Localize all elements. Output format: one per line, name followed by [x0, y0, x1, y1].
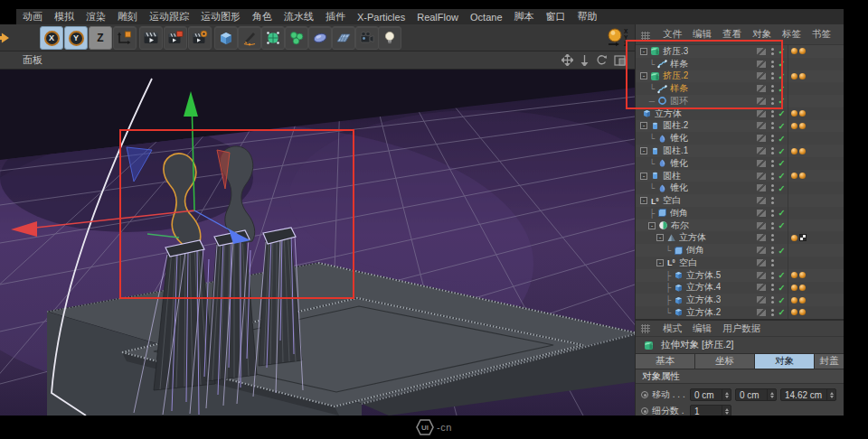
visibility-dots[interactable] — [771, 135, 774, 137]
viewport-canvas[interactable] — [0, 70, 635, 416]
visibility-dots[interactable] — [771, 259, 774, 262]
om-menu-2[interactable]: 编辑 — [693, 28, 712, 41]
layer-chip-icon[interactable] — [757, 259, 766, 266]
am-menu-3[interactable]: 用户数据 — [722, 322, 760, 335]
visibility-dots[interactable] — [771, 98, 774, 100]
tab-2[interactable]: 坐标 — [695, 354, 755, 369]
visibility-dots[interactable] — [771, 122, 774, 125]
expander-icon[interactable]: - — [640, 173, 647, 180]
axis-z-lock-button[interactable]: Z — [89, 26, 112, 50]
menu-item-4[interactable]: 雕刻 — [118, 10, 137, 23]
move-tool-partial-icon[interactable] — [0, 26, 14, 50]
enable-check[interactable]: ✓ — [776, 283, 788, 293]
layer-chip-icon[interactable] — [757, 72, 766, 79]
layer-chip-icon[interactable] — [757, 234, 766, 241]
param-field[interactable]: 0 cm — [735, 388, 777, 401]
axis-x-lock-button[interactable]: X — [40, 26, 63, 50]
tab-3[interactable]: 对象 — [755, 354, 815, 369]
enable-check[interactable]: ✓ — [776, 246, 788, 256]
material-tag-icon[interactable] — [799, 173, 806, 179]
menu-item-6[interactable]: 运动图形 — [201, 10, 241, 23]
layer-chip-icon[interactable] — [757, 160, 766, 167]
visibility-dots[interactable] — [771, 234, 774, 237]
enable-check[interactable]: ✓ — [776, 208, 788, 218]
keyframe-circle-icon[interactable] — [641, 391, 648, 398]
panel-grip-icon[interactable] — [641, 324, 650, 333]
enable-check[interactable]: ✓ — [776, 59, 788, 69]
object-row-null[interactable]: -L0空白 — [636, 194, 844, 207]
expander-icon[interactable]: - — [656, 259, 664, 266]
visibility-dots[interactable] — [771, 222, 774, 225]
stepper-arrows-icon[interactable] — [722, 406, 731, 416]
object-row-taper[interactable]: └锥化✓ — [636, 132, 844, 145]
object-row-bevel[interactable]: ├倒角✓ — [636, 207, 844, 220]
xyz-axis-indicator[interactable]: XYZ — [604, 26, 635, 50]
material-tag-icon[interactable] — [799, 73, 806, 79]
toggle-view-icon[interactable] — [614, 55, 626, 66]
visibility-dots[interactable] — [771, 61, 774, 63]
visibility-dots[interactable] — [771, 247, 774, 249]
material-tag-icon[interactable] — [791, 235, 797, 241]
object-row-spline[interactable]: └样条✓ — [636, 58, 844, 70]
enable-check[interactable]: ✓ — [776, 220, 788, 230]
visibility-dots[interactable] — [771, 147, 774, 150]
object-row-boole[interactable]: -布尔✓ — [636, 220, 844, 232]
am-menu-1[interactable]: 模式 — [663, 322, 682, 335]
om-menu-6[interactable]: 书签 — [812, 28, 831, 41]
visibility-dots[interactable] — [771, 210, 774, 212]
am-menu-2[interactable]: 编辑 — [693, 322, 712, 335]
object-row-taper[interactable]: └锥化✓ — [636, 182, 844, 194]
viewport-menu-panel[interactable]: 面板 — [23, 53, 42, 67]
material-tag-icon[interactable] — [791, 148, 797, 154]
enable-check[interactable]: ✓ — [776, 46, 788, 56]
visibility-dots[interactable] — [771, 284, 774, 286]
object-row-null[interactable]: -L0空白 — [636, 257, 844, 269]
expander-icon[interactable]: - — [640, 72, 647, 79]
object-row-cylinder[interactable]: -圆柱✓ — [636, 170, 844, 182]
param-field[interactable]: 1 — [690, 405, 731, 416]
axis-y-lock-button[interactable]: Y — [64, 26, 88, 50]
visibility-dots[interactable] — [771, 184, 774, 187]
expander-icon[interactable]: - — [640, 122, 647, 129]
stepper-arrows-icon[interactable] — [767, 389, 776, 400]
om-menu-1[interactable]: 文件 — [663, 28, 682, 41]
menu-item-2[interactable]: 模拟 — [54, 10, 74, 23]
add-cube-button[interactable] — [214, 26, 238, 50]
pan-view-icon[interactable] — [561, 54, 573, 66]
menu-item-5[interactable]: 运动跟踪 — [149, 10, 189, 23]
layer-chip-icon[interactable] — [757, 147, 766, 154]
material-tag-icon[interactable] — [799, 309, 806, 315]
layer-chip-icon[interactable] — [757, 197, 766, 204]
menu-item-9[interactable]: 插件 — [326, 10, 345, 23]
object-row-spline[interactable]: └样条✓ — [636, 82, 844, 95]
menu-item-3[interactable]: 渲染 — [86, 10, 106, 23]
material-tag-icon[interactable] — [799, 285, 806, 291]
enable-check[interactable]: ✓ — [776, 108, 788, 118]
layer-chip-icon[interactable] — [757, 309, 766, 316]
layer-chip-icon[interactable] — [757, 85, 766, 92]
object-row-extrude[interactable]: -挤压.2✓ — [636, 70, 844, 83]
layer-chip-icon[interactable] — [757, 98, 766, 105]
material-tag-icon[interactable] — [791, 285, 797, 291]
layer-chip-icon[interactable] — [757, 272, 766, 279]
layer-chip-icon[interactable] — [757, 122, 766, 129]
layer-chip-icon[interactable] — [757, 222, 766, 229]
tab-1[interactable]: 基本 — [636, 354, 695, 369]
enable-check[interactable]: ✓ — [776, 183, 788, 193]
layer-chip-icon[interactable] — [757, 48, 766, 55]
enable-check[interactable]: ✓ — [776, 146, 788, 156]
camera-button[interactable] — [355, 26, 379, 50]
spline-pen-button[interactable] — [238, 26, 261, 50]
om-menu-3[interactable]: 查看 — [722, 28, 741, 41]
object-row-cube[interactable]: ├立方体.5✓ — [636, 269, 844, 282]
visibility-dots[interactable] — [771, 110, 774, 113]
layer-chip-icon[interactable] — [757, 110, 766, 117]
expander-icon[interactable]: - — [640, 197, 647, 204]
render-settings-button[interactable] — [188, 26, 212, 50]
tab-4[interactable]: 封盖 — [815, 354, 844, 369]
enable-check[interactable]: ✓ — [776, 134, 788, 144]
material-tag-icon[interactable] — [799, 297, 806, 304]
menu-item-15[interactable]: 帮助 — [578, 10, 598, 23]
render-view-button[interactable] — [139, 26, 163, 50]
material-tag-icon[interactable] — [799, 148, 806, 154]
